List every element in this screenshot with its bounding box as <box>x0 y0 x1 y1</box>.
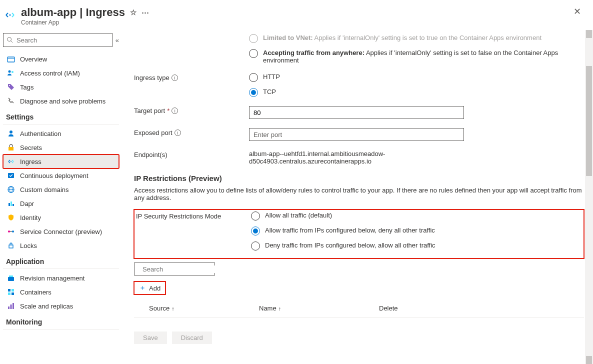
svg-point-1 <box>8 38 12 42</box>
radio-input[interactable] <box>249 49 258 58</box>
svg-point-18 <box>8 230 10 232</box>
radio-input[interactable] <box>249 73 258 82</box>
radio-input[interactable] <box>251 226 260 236</box>
sidebar-item-containers[interactable]: Containers <box>3 285 119 299</box>
radio-input[interactable] <box>249 88 258 97</box>
info-icon[interactable]: i <box>174 130 181 136</box>
target-port-label: Target port * i <box>134 106 249 114</box>
sidebar-item-continuous-deployment[interactable]: Continuous deployment <box>3 168 119 182</box>
radio-http[interactable]: HTTP <box>249 73 569 82</box>
sidebar-item-label: Service Connector (preview) <box>20 228 102 236</box>
svg-rect-9 <box>8 147 14 150</box>
sidebar-item-label: Tags <box>20 84 34 91</box>
svg-rect-28 <box>8 306 10 309</box>
endpoints-label: Endpoint(s) <box>134 150 249 158</box>
svg-rect-30 <box>12 303 14 309</box>
svg-rect-17 <box>12 204 14 206</box>
sidebar-item-custom-domains[interactable]: Custom domains <box>3 182 119 196</box>
page-header: album-app | Ingress ☆ ⋯ Container App ✕ <box>0 0 593 30</box>
sidebar-item-secrets[interactable]: Secrets <box>3 140 119 154</box>
close-icon[interactable]: ✕ <box>572 6 583 17</box>
search-icon <box>6 36 14 44</box>
overview-icon <box>7 55 15 63</box>
discard-button[interactable]: Discard <box>172 332 212 344</box>
radio-deny-below[interactable]: Deny traffic from IPs configured below, … <box>251 242 571 250</box>
svg-rect-29 <box>10 304 12 309</box>
sidebar-item-overview[interactable]: Overview <box>3 52 119 66</box>
sidebar-item-label: Access control (IAM) <box>20 70 80 77</box>
sidebar-search[interactable] <box>3 33 112 47</box>
radio-input[interactable] <box>251 212 260 220</box>
collapse-sidebar-icon[interactable]: « <box>116 36 119 44</box>
radio-input[interactable] <box>251 242 260 250</box>
endpoints-value: album-app--uehtfd1.internal.ambitiousmea… <box>249 150 459 165</box>
sidebar-search-input[interactable] <box>16 36 109 44</box>
sidebar-item-revision-management[interactable]: Revision management <box>3 271 119 285</box>
sidebar-item-locks[interactable]: Locks <box>3 238 119 252</box>
scrollbar-track[interactable] <box>585 30 593 364</box>
sidebar-item-label: Authentication <box>20 130 61 138</box>
svg-rect-21 <box>9 245 13 248</box>
sidebar-item-identity[interactable]: Identity <box>3 210 119 224</box>
svg-rect-22 <box>8 277 14 281</box>
radio-label: HTTP <box>263 73 280 80</box>
col-source[interactable]: Source↑ <box>149 304 259 312</box>
exposed-port-label: Exposed port i <box>134 128 249 136</box>
identity-icon <box>7 214 15 222</box>
sidebar-item-label: Ingress <box>20 158 42 166</box>
add-button-label: Add <box>149 284 160 292</box>
domains-icon <box>7 186 15 194</box>
auth-icon <box>7 130 15 138</box>
page-subtitle: Container App <box>21 19 572 26</box>
radio-input <box>249 34 258 43</box>
containers-icon <box>7 288 15 296</box>
sidebar-item-tags[interactable]: Tags <box>3 80 119 94</box>
sidebar-item-service-connector-preview-[interactable]: Service Connector (preview) <box>3 224 119 238</box>
exposed-port-input[interactable] <box>249 128 464 141</box>
scrollbar-down-icon[interactable] <box>586 356 592 364</box>
radio-limited-vnet: Limited to VNet: Applies if 'internalOnl… <box>249 34 569 43</box>
sidebar-item-scale-and-replicas[interactable]: Scale and replicas <box>3 299 119 313</box>
sidebar-item-access-control-iam-[interactable]: Access control (IAM) <box>3 66 119 80</box>
radio-anywhere[interactable]: Accepting traffic from anywhere: Applies… <box>249 49 569 64</box>
sidebar-item-label: Custom domains <box>20 186 69 194</box>
sc-icon <box>7 228 15 236</box>
col-name[interactable]: Name↑ <box>259 304 379 312</box>
svg-rect-15 <box>8 203 10 206</box>
sidebar-item-dapr[interactable]: Dapr <box>3 196 119 210</box>
svg-line-2 <box>11 41 13 43</box>
ip-search-input[interactable] <box>142 266 226 273</box>
sidebar-item-authentication[interactable]: Authentication <box>3 126 119 140</box>
monitoring-section-title: Monitoring <box>3 313 119 330</box>
sidebar-item-label: Diagnose and solve problems <box>20 98 106 105</box>
radio-allow-below[interactable]: Allow traffic from IPs configured below,… <box>251 226 571 236</box>
sidebar-item-ingress[interactable]: Ingress <box>3 154 119 168</box>
sidebar-item-label: Dapr <box>20 200 34 208</box>
main-content: Limited to VNet: Applies if 'internalOnl… <box>124 30 593 364</box>
ip-table-header: Source↑ Name↑ Delete <box>134 298 584 318</box>
sidebar-item-diagnose-and-solve-problems[interactable]: Diagnose and solve problems <box>3 94 119 108</box>
radio-label: Allow all traffic (default) <box>265 212 332 219</box>
info-icon[interactable]: i <box>172 74 178 81</box>
radio-allow-all[interactable]: Allow all traffic (default) <box>251 212 571 220</box>
ip-search[interactable] <box>134 262 215 276</box>
resource-icon <box>3 8 17 22</box>
page-title: album-app | Ingress <box>21 6 125 19</box>
radio-tcp[interactable]: TCP <box>249 88 569 97</box>
save-button[interactable]: Save <box>134 332 167 344</box>
scrollbar-up-icon[interactable] <box>586 30 592 38</box>
sidebar-item-label: Identity <box>20 214 41 222</box>
svg-point-8 <box>10 130 12 134</box>
locks-icon <box>7 242 15 250</box>
add-button[interactable]: ＋ Add <box>134 282 166 294</box>
sidebar-item-label: Continuous deployment <box>20 172 88 180</box>
more-icon[interactable]: ⋯ <box>142 8 149 17</box>
svg-point-19 <box>12 230 14 232</box>
info-icon[interactable]: i <box>172 108 178 114</box>
svg-rect-24 <box>8 289 10 292</box>
favorite-star-icon[interactable]: ☆ <box>130 8 136 17</box>
ingress-icon <box>7 158 15 166</box>
scrollbar-thumb[interactable] <box>586 66 592 176</box>
target-port-input[interactable] <box>249 106 464 119</box>
svg-point-7 <box>9 85 10 86</box>
